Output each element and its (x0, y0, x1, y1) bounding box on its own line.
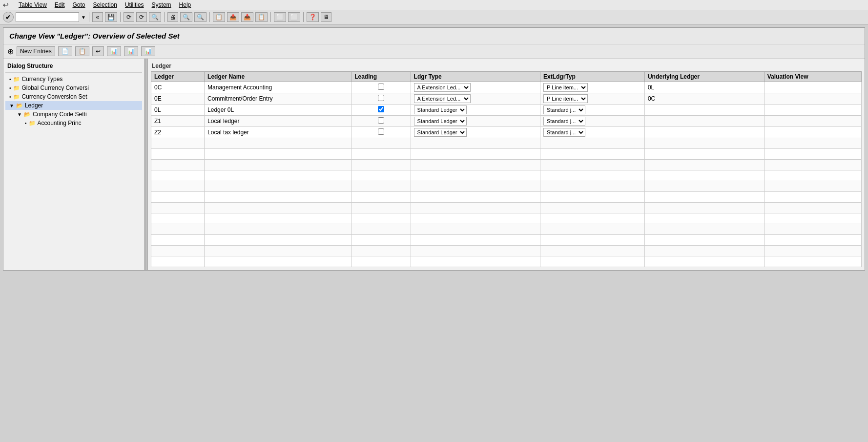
select-ldgr-type-1[interactable]: A Extension Led... (414, 94, 471, 103)
command-input[interactable] (16, 12, 79, 22)
select-ldgr-type-4[interactable]: Standard Ledger (414, 128, 467, 137)
toolbar-find1[interactable]: 🔍 (180, 12, 192, 22)
toolbar-refresh2[interactable]: ⟳ (136, 12, 147, 22)
tree-item-ledger[interactable]: ▼ 📂 Ledger (5, 101, 142, 110)
cell-underlying-ledger-1: 0C (644, 93, 764, 105)
cell-valuation-view-2 (764, 105, 861, 116)
empty-cell (151, 213, 205, 224)
empty-cell (151, 181, 205, 192)
cell-ext-ldgr-typ-0[interactable]: P Line item... (540, 82, 644, 93)
toolbar-save[interactable]: 💾 (105, 12, 117, 22)
cell-ledger-0: 0C (151, 82, 205, 93)
cell-ldgr-type-3[interactable]: Standard Ledger (411, 116, 540, 127)
leading-checkbox-3[interactable] (378, 117, 384, 124)
leading-checkbox-4[interactable] (378, 128, 384, 135)
empty-cell (205, 160, 351, 170)
new-entries-button[interactable]: New Entries (17, 46, 55, 56)
toolbar-help[interactable]: ❓ (307, 12, 319, 22)
empty-cell (540, 235, 644, 246)
action-btn-2[interactable]: 📋 (75, 46, 89, 56)
toolbar-window2[interactable]: ⬜ (288, 12, 300, 22)
select-ldgr-type-3[interactable]: Standard Ledger (414, 117, 467, 126)
toolbar: ✔ ▼ « 💾 ⟳ ⟳ 🔍 🖨 🔍 🔍 📋 📤 📥 📋 ⬜ ⬜ ❓ 🖥 (0, 10, 868, 24)
cell-leading-4[interactable] (351, 127, 411, 138)
cell-ldgr-type-4[interactable]: Standard Ledger (411, 127, 540, 138)
empty-cell (764, 149, 861, 160)
empty-cell (644, 181, 764, 192)
empty-cell (644, 138, 764, 149)
leading-checkbox-0[interactable] (378, 84, 384, 90)
empty-cell (644, 160, 764, 170)
toolbar-clipboard2[interactable]: 📋 (255, 12, 268, 22)
empty-cell (540, 170, 644, 181)
empty-cell (411, 246, 540, 256)
empty-cell (411, 138, 540, 149)
empty-cell (764, 181, 861, 192)
select-ext-ldgr-typ-4[interactable]: Standard j... (543, 128, 585, 137)
select-ldgr-type-2[interactable]: Standard Ledger (414, 105, 467, 114)
action-btn-3[interactable]: ↩ (92, 46, 104, 56)
cell-leading-3[interactable] (351, 116, 411, 127)
menu-help[interactable]: Help (179, 1, 191, 8)
toolbar-import[interactable]: 📥 (241, 12, 253, 22)
cell-underlying-ledger-0: 0L (644, 82, 764, 93)
col-header-underlying-ledger: Underlying Ledger (644, 72, 764, 82)
menu-system[interactable]: System (152, 1, 171, 8)
menu-utilities[interactable]: Utilities (125, 1, 144, 8)
select-ldgr-type-0[interactable]: A Extension Led... (414, 83, 471, 92)
toolbar-search[interactable]: 🔍 (149, 12, 161, 22)
page-title: Change View "Ledger": Overview of Select… (3, 28, 865, 44)
cell-ldgr-type-2[interactable]: Standard Ledger (411, 105, 540, 116)
tree-item-currency-conversion[interactable]: • 📁 Currency Conversion Set (5, 92, 142, 101)
leading-checkbox-2[interactable] (378, 106, 384, 112)
action-btn-6[interactable]: 📊 (141, 46, 155, 56)
cell-ext-ldgr-typ-4[interactable]: Standard j... (540, 127, 644, 138)
empty-cell (205, 235, 351, 246)
dropdown-arrow[interactable]: ▼ (81, 15, 86, 20)
toolbar-monitor[interactable]: 🖥 (321, 12, 331, 22)
select-ext-ldgr-typ-1[interactable]: P Line item... (543, 94, 588, 103)
empty-cell (411, 256, 540, 267)
sep6 (303, 12, 304, 22)
select-ext-ldgr-typ-0[interactable]: P Line item... (543, 83, 588, 92)
action-btn-4[interactable]: 📊 (107, 46, 121, 56)
toolbar-prev[interactable]: « (92, 12, 103, 22)
menu-selection[interactable]: Selection (93, 1, 117, 8)
cell-ledger-name-0: Management Accounting (205, 82, 351, 93)
tree-item-currency-types[interactable]: • 📁 Currency Types (5, 75, 142, 84)
empty-cell (151, 246, 205, 256)
toolbar-export[interactable]: 📤 (227, 12, 239, 22)
cell-ext-ldgr-typ-3[interactable]: Standard j... (540, 116, 644, 127)
cell-leading-1[interactable] (351, 93, 411, 105)
toolbar-print[interactable]: 🖨 (167, 12, 178, 22)
sep1 (89, 12, 89, 22)
tree-item-accounting-princ[interactable]: • 📁 Accounting Princ (5, 119, 142, 127)
action-btn-5[interactable]: 📊 (124, 46, 138, 56)
tree-item-company-code[interactable]: ▼ 📂 Company Code Setti (5, 110, 142, 119)
action-btn-1[interactable]: 📄 (58, 46, 72, 56)
cell-ext-ldgr-typ-2[interactable]: Standard j... (540, 105, 644, 116)
toolbar-clipboard1[interactable]: 📋 (213, 12, 225, 22)
menu-table-view[interactable]: Table View (19, 1, 47, 8)
empty-cell (351, 246, 411, 256)
folder-icon-accounting-princ: 📁 (29, 120, 36, 126)
empty-cell (540, 246, 644, 256)
toolbar-refresh1[interactable]: ⟳ (124, 12, 134, 22)
menu-edit[interactable]: Edit (55, 1, 65, 8)
cell-ext-ldgr-typ-1[interactable]: P Line item... (540, 93, 644, 105)
select-ext-ldgr-typ-2[interactable]: Standard j... (543, 105, 585, 114)
leading-checkbox-1[interactable] (378, 95, 384, 101)
cell-ldgr-type-0[interactable]: A Extension Led... (411, 82, 540, 93)
toolbar-find2[interactable]: 🔍 (194, 12, 207, 22)
select-ext-ldgr-typ-3[interactable]: Standard j... (543, 117, 585, 126)
cell-leading-2[interactable] (351, 105, 411, 116)
empty-cell (644, 213, 764, 224)
tree-item-global-currency[interactable]: • 📁 Global Currency Conversi (5, 84, 142, 92)
check-button[interactable]: ✔ (3, 12, 14, 22)
cell-valuation-view-3 (764, 116, 861, 127)
table-row: 0ECommitment/Order EntryA Extension Led.… (151, 93, 862, 105)
cell-leading-0[interactable] (351, 82, 411, 93)
toolbar-window1[interactable]: ⬜ (274, 12, 286, 22)
cell-ldgr-type-1[interactable]: A Extension Led... (411, 93, 540, 105)
menu-goto[interactable]: Goto (73, 1, 85, 8)
